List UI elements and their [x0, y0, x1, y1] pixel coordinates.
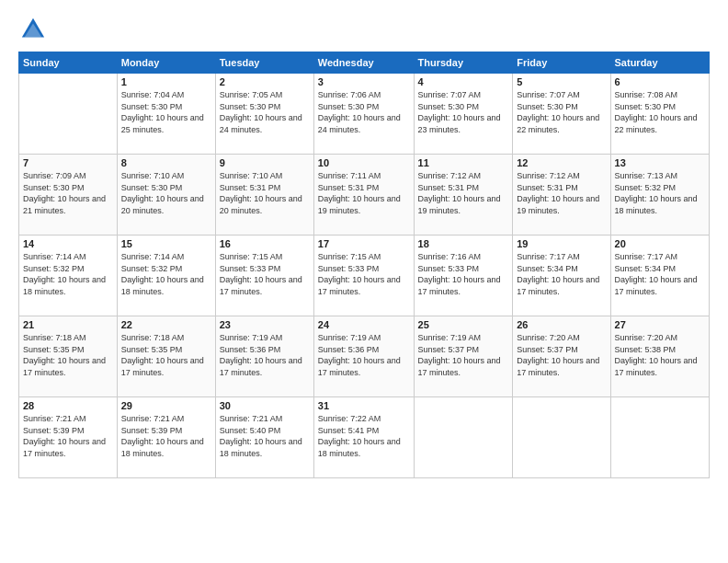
calendar-cell: 16Sunrise: 7:15 AMSunset: 5:33 PMDayligh… [215, 236, 313, 316]
day-info: Sunrise: 7:14 AMSunset: 5:32 PMDaylight:… [121, 251, 211, 297]
day-number: 26 [517, 319, 606, 330]
day-number: 2 [220, 76, 310, 87]
calendar-cell: 8Sunrise: 7:10 AMSunset: 5:30 PMDaylight… [117, 155, 215, 236]
calendar-cell: 1Sunrise: 7:04 AMSunset: 5:30 PMDaylight… [117, 74, 215, 155]
day-number: 6 [615, 76, 705, 87]
calendar-cell [19, 74, 118, 155]
header-day-monday: Monday [117, 52, 215, 74]
day-info: Sunrise: 7:20 AMSunset: 5:38 PMDaylight:… [615, 332, 705, 378]
day-info: Sunrise: 7:22 AMSunset: 5:41 PMDaylight:… [318, 413, 410, 459]
calendar-cell: 22Sunrise: 7:18 AMSunset: 5:35 PMDayligh… [117, 316, 215, 397]
calendar-cell: 29Sunrise: 7:21 AMSunset: 5:39 PMDayligh… [117, 397, 215, 478]
day-number: 11 [418, 157, 509, 168]
calendar-cell: 11Sunrise: 7:12 AMSunset: 5:31 PMDayligh… [414, 155, 513, 236]
calendar-cell: 4Sunrise: 7:07 AMSunset: 5:30 PMDaylight… [414, 74, 513, 155]
logo-icon [20, 17, 46, 42]
day-number: 31 [318, 400, 410, 411]
calendar-cell: 28Sunrise: 7:21 AMSunset: 5:39 PMDayligh… [19, 397, 118, 478]
day-info: Sunrise: 7:12 AMSunset: 5:31 PMDaylight:… [418, 170, 509, 216]
day-number: 22 [121, 319, 211, 330]
day-info: Sunrise: 7:05 AMSunset: 5:30 PMDaylight:… [220, 89, 310, 135]
day-number: 30 [220, 400, 310, 411]
calendar-cell: 30Sunrise: 7:21 AMSunset: 5:40 PMDayligh… [215, 397, 313, 478]
calendar-cell: 31Sunrise: 7:22 AMSunset: 5:41 PMDayligh… [313, 397, 414, 478]
day-info: Sunrise: 7:09 AMSunset: 5:30 PMDaylight:… [23, 170, 113, 216]
calendar-cell: 21Sunrise: 7:18 AMSunset: 5:35 PMDayligh… [19, 316, 118, 397]
day-number: 19 [517, 238, 606, 249]
calendar-cell: 7Sunrise: 7:09 AMSunset: 5:30 PMDaylight… [19, 155, 118, 236]
calendar-week-5: 28Sunrise: 7:21 AMSunset: 5:39 PMDayligh… [19, 397, 710, 478]
calendar-cell: 12Sunrise: 7:12 AMSunset: 5:31 PMDayligh… [513, 155, 610, 236]
calendar-cell: 25Sunrise: 7:19 AMSunset: 5:37 PMDayligh… [414, 316, 513, 397]
calendar-cell: 20Sunrise: 7:17 AMSunset: 5:34 PMDayligh… [610, 236, 709, 316]
header-day-thursday: Thursday [414, 52, 513, 74]
calendar-cell: 15Sunrise: 7:14 AMSunset: 5:32 PMDayligh… [117, 236, 215, 316]
calendar-cell: 10Sunrise: 7:11 AMSunset: 5:31 PMDayligh… [313, 155, 414, 236]
day-info: Sunrise: 7:11 AMSunset: 5:31 PMDaylight:… [318, 170, 410, 216]
day-info: Sunrise: 7:17 AMSunset: 5:34 PMDaylight:… [615, 251, 705, 297]
day-info: Sunrise: 7:15 AMSunset: 5:33 PMDaylight:… [318, 251, 410, 297]
day-number: 8 [121, 157, 211, 168]
day-number: 9 [220, 157, 310, 168]
day-number: 1 [121, 76, 211, 87]
day-info: Sunrise: 7:10 AMSunset: 5:31 PMDaylight:… [220, 170, 310, 216]
day-number: 23 [220, 319, 310, 330]
day-info: Sunrise: 7:21 AMSunset: 5:39 PMDaylight:… [23, 413, 113, 459]
calendar-cell: 9Sunrise: 7:10 AMSunset: 5:31 PMDaylight… [215, 155, 313, 236]
day-info: Sunrise: 7:19 AMSunset: 5:36 PMDaylight:… [318, 332, 410, 378]
calendar-cell: 24Sunrise: 7:19 AMSunset: 5:36 PMDayligh… [313, 316, 414, 397]
calendar-cell: 6Sunrise: 7:08 AMSunset: 5:30 PMDaylight… [610, 74, 709, 155]
day-info: Sunrise: 7:10 AMSunset: 5:30 PMDaylight:… [121, 170, 211, 216]
day-info: Sunrise: 7:19 AMSunset: 5:36 PMDaylight:… [220, 332, 310, 378]
day-info: Sunrise: 7:07 AMSunset: 5:30 PMDaylight:… [517, 89, 606, 135]
day-number: 5 [517, 76, 606, 87]
calendar-week-4: 21Sunrise: 7:18 AMSunset: 5:35 PMDayligh… [19, 316, 710, 397]
day-number: 10 [318, 157, 410, 168]
day-info: Sunrise: 7:13 AMSunset: 5:32 PMDaylight:… [615, 170, 705, 216]
day-number: 14 [23, 238, 113, 249]
day-number: 12 [517, 157, 606, 168]
calendar-cell: 3Sunrise: 7:06 AMSunset: 5:30 PMDaylight… [313, 74, 414, 155]
day-number: 29 [121, 400, 211, 411]
day-number: 7 [23, 157, 113, 168]
calendar-cell: 23Sunrise: 7:19 AMSunset: 5:36 PMDayligh… [215, 316, 313, 397]
day-info: Sunrise: 7:16 AMSunset: 5:33 PMDaylight:… [418, 251, 509, 297]
day-info: Sunrise: 7:08 AMSunset: 5:30 PMDaylight:… [615, 89, 705, 135]
header-day-saturday: Saturday [610, 52, 709, 74]
day-info: Sunrise: 7:18 AMSunset: 5:35 PMDaylight:… [23, 332, 113, 378]
calendar-week-3: 14Sunrise: 7:14 AMSunset: 5:32 PMDayligh… [19, 236, 710, 316]
calendar-week-1: 1Sunrise: 7:04 AMSunset: 5:30 PMDaylight… [19, 74, 710, 155]
header-day-friday: Friday [513, 52, 610, 74]
day-info: Sunrise: 7:12 AMSunset: 5:31 PMDaylight:… [517, 170, 606, 216]
calendar-cell: 18Sunrise: 7:16 AMSunset: 5:33 PMDayligh… [414, 236, 513, 316]
day-number: 28 [23, 400, 113, 411]
day-number: 17 [318, 238, 410, 249]
calendar-cell [610, 397, 709, 478]
day-info: Sunrise: 7:14 AMSunset: 5:32 PMDaylight:… [23, 251, 113, 297]
day-info: Sunrise: 7:19 AMSunset: 5:37 PMDaylight:… [418, 332, 509, 378]
header-day-sunday: Sunday [19, 52, 118, 74]
calendar-cell: 17Sunrise: 7:15 AMSunset: 5:33 PMDayligh… [313, 236, 414, 316]
day-info: Sunrise: 7:07 AMSunset: 5:30 PMDaylight:… [418, 89, 509, 135]
day-info: Sunrise: 7:20 AMSunset: 5:37 PMDaylight:… [517, 332, 606, 378]
day-number: 27 [615, 319, 705, 330]
calendar-cell: 2Sunrise: 7:05 AMSunset: 5:30 PMDaylight… [215, 74, 313, 155]
day-number: 4 [418, 76, 509, 87]
day-info: Sunrise: 7:06 AMSunset: 5:30 PMDaylight:… [318, 89, 410, 135]
day-number: 15 [121, 238, 211, 249]
calendar-cell: 27Sunrise: 7:20 AMSunset: 5:38 PMDayligh… [610, 316, 709, 397]
day-info: Sunrise: 7:18 AMSunset: 5:35 PMDaylight:… [121, 332, 211, 378]
header [18, 17, 710, 42]
day-number: 13 [615, 157, 705, 168]
calendar-cell [414, 397, 513, 478]
calendar-cell: 19Sunrise: 7:17 AMSunset: 5:34 PMDayligh… [513, 236, 610, 316]
day-info: Sunrise: 7:04 AMSunset: 5:30 PMDaylight:… [121, 89, 211, 135]
logo [18, 17, 48, 42]
day-info: Sunrise: 7:21 AMSunset: 5:39 PMDaylight:… [121, 413, 211, 459]
header-day-tuesday: Tuesday [215, 52, 313, 74]
day-number: 16 [220, 238, 310, 249]
day-info: Sunrise: 7:17 AMSunset: 5:34 PMDaylight:… [517, 251, 606, 297]
day-number: 20 [615, 238, 705, 249]
day-info: Sunrise: 7:15 AMSunset: 5:33 PMDaylight:… [220, 251, 310, 297]
day-number: 25 [418, 319, 509, 330]
